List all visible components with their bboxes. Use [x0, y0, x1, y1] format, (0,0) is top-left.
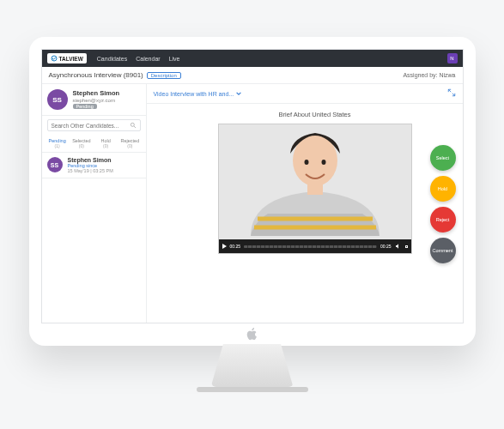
expand-icon — [447, 88, 456, 97]
brand-text: TALVIEW — [59, 56, 83, 62]
sidebar: SS Stephen Simon stephen@xyz.com Pending… — [42, 84, 147, 323]
candidate-list-item[interactable]: SS Stephen Simon Pending since 15 May'19… — [42, 153, 146, 178]
description-tag[interactable]: Description — [147, 72, 181, 79]
body: SS Stephen Simon stephen@xyz.com Pending… — [42, 84, 463, 323]
assigned-by: Assigned by: Nizwa — [403, 72, 455, 78]
nav-calendar[interactable]: Calendar — [136, 56, 160, 62]
fullscreen-icon[interactable] — [405, 245, 408, 248]
brand-logo[interactable]: TALVIEW — [47, 53, 87, 63]
brief-title: Brief About United States — [176, 111, 454, 118]
filter-rejected[interactable]: Rejected(0) — [118, 137, 142, 149]
chevron-down-icon — [236, 91, 241, 96]
nav-candidates[interactable]: Candidates — [97, 56, 127, 62]
action-rail: Select Hold Reject Comment — [430, 145, 456, 263]
search-icon — [130, 122, 137, 129]
main-panel: Video Interview with HR and... Brief Abo… — [147, 84, 463, 323]
filter-selected[interactable]: Selected(0) — [70, 137, 94, 149]
svg-rect-6 — [307, 184, 323, 195]
svg-point-1 — [131, 123, 134, 126]
player-controls: 00:25 00:25 — [219, 239, 411, 253]
list-item-name: Stephen Simon — [68, 157, 113, 163]
select-button[interactable]: Select — [430, 145, 456, 171]
nav-live[interactable]: Live — [169, 56, 180, 62]
list-avatar: SS — [47, 157, 63, 172]
user-avatar[interactable]: N — [447, 53, 458, 63]
candidate-avatar: SS — [47, 89, 68, 110]
hold-button[interactable]: Hold — [430, 176, 456, 202]
apple-logo-icon — [246, 327, 259, 341]
play-button[interactable] — [222, 244, 227, 249]
list-item-time: 15 May'19 | 03:25 PM — [68, 168, 113, 173]
logo-icon — [51, 55, 58, 62]
filter-hold[interactable]: Hold(0) — [94, 137, 118, 149]
nav-links: Candidates Calendar Live — [97, 56, 180, 62]
app-screen: TALVIEW Candidates Calendar Live N Async… — [41, 49, 464, 323]
top-nav: TALVIEW Candidates Calendar Live N — [42, 50, 463, 67]
candidate-card: SS Stephen Simon stephen@xyz.com Pending — [42, 84, 146, 116]
candidate-email: stephen@xyz.com — [73, 98, 120, 103]
candidate-name: Stephen Simon — [73, 89, 120, 97]
sub-header: Asynchronous Interview (8901) Descriptio… — [42, 67, 463, 84]
filter-tabs: Pending(1) Selected(0) Hold(0) Rejected(… — [42, 135, 146, 153]
main-toolbar: Video Interview with HR and... — [147, 84, 463, 104]
time-total: 00:25 — [380, 244, 392, 249]
video-frame-image — [242, 124, 388, 236]
reject-button[interactable]: Reject — [430, 207, 456, 233]
search-box — [47, 119, 141, 131]
content-area: Brief About United States — [147, 104, 463, 323]
svg-point-4 — [304, 160, 308, 165]
monitor-frame: TALVIEW Candidates Calendar Live N Async… — [29, 37, 476, 346]
svg-point-5 — [321, 160, 325, 165]
expand-button[interactable] — [447, 88, 456, 99]
time-current: 00:25 — [230, 244, 241, 249]
volume-icon[interactable] — [395, 243, 402, 250]
filter-pending[interactable]: Pending(1) — [46, 137, 70, 149]
candidate-status-pill: Pending — [73, 104, 97, 109]
interview-dropdown[interactable]: Video Interview with HR and... — [154, 91, 242, 97]
svg-line-2 — [134, 126, 136, 128]
comment-button[interactable]: Comment — [430, 238, 456, 263]
seek-bar[interactable] — [244, 245, 377, 248]
monitor-stand — [211, 344, 294, 387]
video-player[interactable]: 00:25 00:25 — [218, 124, 412, 254]
search-input[interactable] — [52, 123, 130, 129]
monitor-base — [197, 387, 308, 392]
page-title: Asynchronous Interview (8901) — [49, 71, 143, 79]
